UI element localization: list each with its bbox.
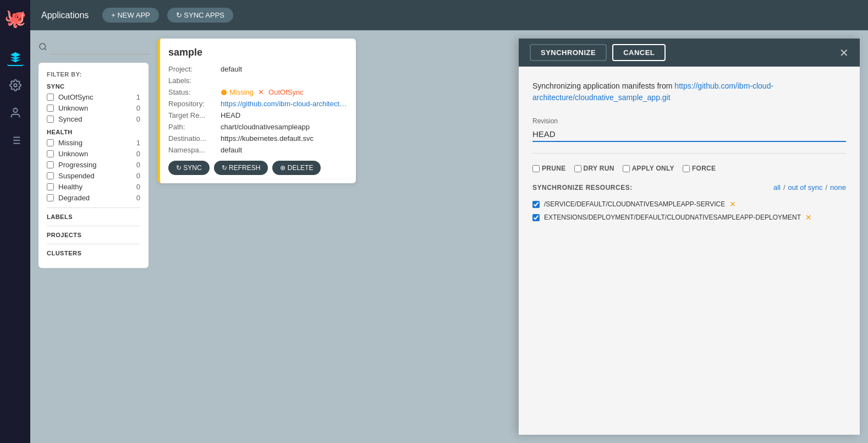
option-force[interactable]: FORCE [683,165,716,172]
filter-suspended-checkbox[interactable] [47,172,54,179]
filter-none-link[interactable]: none [830,183,846,192]
filter-missing-checkbox[interactable] [47,139,54,146]
btn-refresh[interactable]: ↻ REFRESH [214,161,268,175]
projects-section-title: PROJECTS [47,232,140,238]
filter-unknown-sync-label: Unknown [58,104,128,112]
filter-synced-count: 0 [132,115,140,123]
filter-degraded-count: 0 [132,194,140,202]
filter-sep-1: / [783,183,785,192]
apps-area: sample Project: default Labels: Status: … [158,39,860,435]
option-applyonly-checkbox[interactable] [623,165,630,172]
filter-unknown-health: Unknown 0 [47,150,140,158]
options-row: PRUNE DRY RUN APPLY ONLY FORCE [532,165,846,172]
svg-point-0 [14,84,17,87]
close-panel-button[interactable]: ✕ [839,47,849,58]
filter-synced-label: Synced [58,115,128,123]
app-card: sample Project: default Labels: Status: … [158,39,356,183]
filter-missing-count: 1 [132,139,140,147]
labels-section-title: LABELS [47,214,140,220]
filter-all-link[interactable]: all [773,183,781,192]
resource-label-1: EXTENSIONS/DEPLOYMENT/DEFAULT/CLOUDNATIV… [544,214,801,221]
sidebar-item-user[interactable] [7,105,24,121]
status-missing: Missing [221,88,254,96]
sidebar-item-settings[interactable] [7,77,24,94]
option-prune[interactable]: PRUNE [532,165,566,172]
cancel-button[interactable]: CANCEL [612,44,666,61]
app-namespace-label: Namespa... [168,146,221,154]
filter-degraded-checkbox[interactable] [47,194,54,201]
option-prune-label: PRUNE [542,165,566,172]
filter-outofsync: OutOfSync 1 [47,93,140,101]
search-icon [39,42,47,53]
app-target-row: Target Re... HEAD [168,111,348,119]
app-status-label: Status: [168,88,221,96]
filter-outofsync-checkbox[interactable] [47,94,54,101]
filter-progressing-checkbox[interactable] [47,161,54,168]
divider-projects [47,226,140,226]
new-app-button[interactable]: + NEW APP [102,8,158,23]
resource-x-1: ✕ [805,213,812,222]
topbar: Applications + NEW APP ↻ SYNC APPS [30,0,868,30]
sync-resources-row: SYNCHRONIZE RESOURCES: all / out of sync… [532,183,846,192]
search-input[interactable] [51,41,150,54]
app-namespace-row: Namespa... default [168,146,348,154]
option-applyonly[interactable]: APPLY ONLY [623,165,674,172]
option-dryrun-label: DRY RUN [584,165,614,172]
app-project-value: default [221,65,348,73]
resource-item-0: /SERVICE/DEFAULT/CLOUDNATIVESAMPLEAPP-SE… [532,200,846,209]
status-outofsync: OutOfSync [268,88,304,96]
filter-unknown-health-count: 0 [132,150,140,158]
filter-progressing-count: 0 [132,161,140,169]
sync-filter-links: all / out of sync / none [773,183,846,192]
option-dryrun-checkbox[interactable] [574,165,581,172]
app-status-value: Missing ✕ OutOfSync [221,88,348,96]
synchronize-button[interactable]: SYNCHRONIZE [530,44,607,61]
sync-apps-button[interactable]: ↻ SYNC APPS [167,8,233,23]
filter-panel: FILTER BY: SYNC OutOfSync 1 Unknown 0 Sy… [39,63,149,268]
app-card-actions: ↻ SYNC ↻ REFRESH ⊕ DELETE [168,161,348,175]
filter-suspended: Suspended 0 [47,172,140,180]
option-prune-checkbox[interactable] [532,165,540,172]
app-labels-row: Labels: [168,76,348,85]
app-repository-row: Repository: https://github.com/ibm-cloud… [168,100,348,108]
svg-point-8 [40,43,46,50]
filter-unknown-health-checkbox[interactable] [47,150,54,157]
filter-unknown-sync-checkbox[interactable] [47,105,54,112]
app-target-label: Target Re... [168,111,221,119]
app-repository-value: https://github.com/ibm-cloud-architectur… [221,100,348,108]
search-bar [39,39,150,57]
sync-resources-label: SYNCHRONIZE RESOURCES: [532,184,633,192]
filter-title: FILTER BY: [47,71,140,78]
right-panel-content: Synchronizing application manifests from… [519,67,860,435]
sidebar: 🐙 [0,0,30,443]
left-column: FILTER BY: SYNC OutOfSync 1 Unknown 0 Sy… [39,39,150,435]
sidebar-item-list[interactable] [7,132,24,149]
revision-input[interactable] [532,127,846,142]
btn-delete[interactable]: ⊕ DELETE [272,161,321,175]
filter-progressing-label: Progressing [58,161,128,169]
sidebar-item-layers[interactable] [7,50,24,66]
resource-checkbox-0[interactable] [532,201,540,208]
app-destination-value: https://kubernetes.default.svc [221,134,348,143]
filter-out-of-sync-link[interactable]: out of sync [788,183,823,192]
app-target-value: HEAD [221,111,348,119]
option-force-checkbox[interactable] [683,165,690,172]
filter-healthy-checkbox[interactable] [47,183,54,190]
sync-section-title: SYNC [47,83,140,90]
app-project-row: Project: default [168,65,348,73]
svg-point-12 [224,93,224,94]
filter-healthy-label: Healthy [58,183,128,191]
filter-degraded: Degraded 0 [47,194,140,202]
app-labels-label: Labels: [168,76,221,85]
app-repository-label: Repository: [168,100,221,108]
filter-synced-checkbox[interactable] [47,116,54,123]
resource-checkbox-1[interactable] [532,214,540,221]
option-dryrun[interactable]: DRY RUN [574,165,614,172]
filter-unknown-sync-count: 0 [132,104,140,112]
btn-sync[interactable]: ↻ SYNC [168,161,210,175]
divider-clusters [47,244,140,244]
app-path-row: Path: chart/cloudnativesampleapp [168,123,348,131]
svg-point-1 [13,108,17,112]
filter-synced: Synced 0 [47,115,140,123]
revision-section: Revision [532,117,846,142]
